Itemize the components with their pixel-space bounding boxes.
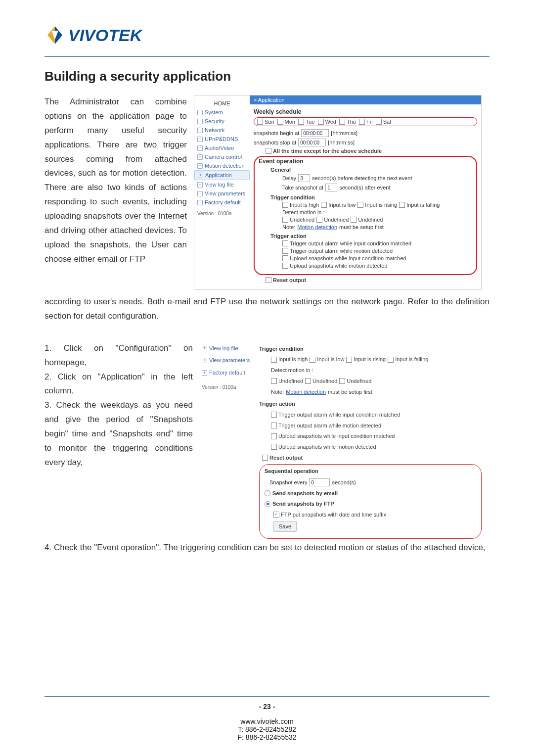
screenshot-sequential-operation: +View log file+View parameters+Factory d… [200, 341, 482, 539]
send-ftp-radio[interactable]: Send snapshots by FTP [265, 499, 334, 509]
s2-undefined-checkbox[interactable]: Undefined [271, 377, 303, 386]
begin-label: snapshots begin at [254, 130, 299, 136]
s2-tc-opt-checkbox[interactable]: Input is low [310, 355, 344, 364]
reset-output-checkbox[interactable]: Reset output [266, 277, 306, 283]
s2-motion-detection-link[interactable]: Motion detection [286, 387, 326, 397]
expand-icon[interactable]: + [198, 173, 203, 178]
snap-label: Take snapshot at [282, 185, 323, 190]
expand-icon[interactable]: + [202, 346, 207, 351]
expand-icon[interactable]: + [197, 191, 203, 196]
expand-icon[interactable]: + [202, 370, 207, 376]
expand-icon[interactable]: + [197, 128, 203, 133]
footer-tel: T: 886-2-82455282 [44, 725, 490, 733]
s2-ta-opt-checkbox[interactable]: Upload snapshots while motion detected [271, 442, 376, 452]
footer-fax: F: 886-2-82455532 [44, 733, 490, 741]
sidebar-item-view-log-file[interactable]: +View log file [200, 342, 259, 355]
tc-opt-checkbox[interactable]: Input is high [282, 202, 319, 208]
sidebar-item-motion-detection[interactable]: +Motion detection [194, 161, 250, 170]
ta-opt-checkbox[interactable]: Trigger output alarm while input conditi… [282, 240, 411, 246]
tc-opt-checkbox[interactable]: Input is low [321, 202, 356, 208]
s2-ta-opt-checkbox[interactable]: Upload snapshots while input condition m… [271, 431, 395, 441]
step-4: 4. Check the "Event operation". The trig… [44, 541, 490, 555]
screenshot-weekly-schedule: HOME +System+Security+Network+UPnP&DDNS+… [194, 95, 482, 290]
s2-tc-opt-checkbox[interactable]: Input is rising [346, 355, 386, 364]
step-3: 3. Check the weekdays as you need and gi… [44, 398, 193, 470]
expand-icon[interactable]: + [197, 145, 203, 151]
delay-label: Delay [282, 175, 296, 181]
sidebar-item-view-log-file[interactable]: +View log file [194, 180, 250, 189]
expand-icon[interactable]: + [197, 163, 203, 169]
shot1-sidebar: HOME +System+Security+Network+UPnP&DDNS+… [194, 95, 250, 289]
seq-suffix: second(s) [332, 478, 356, 487]
undefined-checkbox[interactable]: Undefined [351, 217, 383, 223]
sidebar-item-factory-default[interactable]: +Factory default [200, 367, 259, 379]
expand-icon[interactable]: + [197, 200, 203, 205]
s2-tc-opt-checkbox[interactable]: Input is high [271, 355, 308, 364]
s2-tc-title: Trigger condition [259, 344, 482, 354]
page-number: - 23 - [44, 703, 490, 710]
page-footer: - 23 - www.vivotek.com T: 886-2-82455282… [44, 692, 490, 741]
detect-motion-in: Detect motion in : [282, 209, 472, 215]
ta-opt-checkbox[interactable]: Upload snapshots while input condition m… [282, 255, 406, 261]
brand-text: VIVOTEK [68, 26, 142, 45]
expand-icon[interactable]: + [202, 358, 207, 363]
seq-label: Snapshot every [269, 478, 307, 487]
ftp-suffix-checkbox[interactable]: FTP put snapshots with date and time suf… [273, 510, 386, 520]
expand-icon[interactable]: + [197, 182, 203, 188]
day-sat-checkbox[interactable]: Sat [376, 119, 392, 125]
ta-opt-checkbox[interactable]: Trigger output alarm while motion detect… [282, 248, 393, 254]
sidebar-item-system[interactable]: +System [194, 108, 250, 117]
s2-reset-output-checkbox[interactable]: Reset output [262, 453, 303, 463]
stop-hint: [hh:mm:ss] [328, 140, 355, 145]
expand-icon[interactable]: + [197, 137, 203, 142]
expand-icon[interactable]: + [197, 119, 203, 124]
snap-input[interactable]: 1 [325, 184, 337, 191]
day-wed-checkbox[interactable]: Wed [318, 119, 336, 125]
seq-input[interactable]: 0 [309, 478, 330, 486]
brand-logo: VIVOTEK [44, 25, 490, 46]
s2-detect-motion-in: Detect motion in : [271, 366, 482, 375]
sidebar-item-view-parameters[interactable]: +View parameters [200, 354, 259, 367]
all-time-checkbox[interactable]: All the time except for the above schedu… [266, 148, 382, 154]
tc-opt-checkbox[interactable]: Input is rising [357, 202, 397, 208]
s2-note-pre: Note: [271, 387, 284, 397]
day-fri-checkbox[interactable]: Fri [359, 119, 373, 125]
s2-undefined-checkbox[interactable]: Undefined [339, 377, 371, 386]
sidebar-item-factory-default[interactable]: +Factory default [194, 198, 250, 207]
s2-ta-opt-checkbox[interactable]: Trigger output alarm while motion detect… [271, 421, 381, 430]
s2-ta-opt-checkbox[interactable]: Trigger output alarm while input conditi… [271, 410, 400, 420]
motion-detection-link[interactable]: Motion detection [297, 224, 337, 230]
ta-opt-checkbox[interactable]: Upload snapshots while motion detected [282, 263, 388, 269]
sidebar-item-network[interactable]: +Network [194, 126, 250, 135]
expand-icon[interactable]: + [197, 110, 203, 115]
begin-hint: [hh:mm:ss] [331, 130, 357, 136]
tc-opt-checkbox[interactable]: Input is falling [399, 202, 440, 208]
version-label: Version : 0100a [194, 207, 250, 220]
save-button[interactable]: Save [273, 521, 297, 532]
sidebar-item-audio-video[interactable]: +Audio/Video [194, 143, 250, 152]
expand-icon[interactable]: + [197, 154, 203, 160]
sidebar-item-camera-control[interactable]: +Camera control [194, 152, 250, 161]
begin-input[interactable]: 00:00:00 [301, 129, 329, 137]
s2-undefined-checkbox[interactable]: Undefined [305, 377, 337, 386]
sequential-operation-oval: Sequential operation Snapshot every 0 se… [259, 464, 482, 539]
day-tue-checkbox[interactable]: Tue [298, 119, 315, 125]
day-mon-checkbox[interactable]: Mon [277, 119, 295, 125]
sidebar-item-view-parameters[interactable]: +View parameters [194, 189, 250, 198]
undefined-checkbox[interactable]: Undefined [282, 217, 314, 223]
day-thu-checkbox[interactable]: Thu [339, 119, 356, 125]
sidebar-item-security[interactable]: +Security [194, 117, 250, 126]
stop-input[interactable]: 00:00:00 [298, 139, 326, 146]
undefined-checkbox[interactable]: Undefined [316, 217, 349, 223]
send-email-radio[interactable]: Send snapshots by email [265, 489, 338, 498]
intro-paragraph-left: The Administrator can combine options on… [44, 95, 187, 290]
day-sun-checkbox[interactable]: Sun [257, 119, 274, 125]
nav-home[interactable]: HOME [194, 97, 250, 108]
sidebar-item-upnp-ddns[interactable]: +UPnP&DDNS [194, 135, 250, 143]
delay-input[interactable]: 3 [298, 174, 310, 182]
s2-ta-title: Trigger action [259, 399, 482, 409]
s2-tc-opt-checkbox[interactable]: Input is falling [388, 355, 428, 364]
step-1: 1. Click on "Configuration" on homepage, [44, 341, 193, 370]
sidebar-item-application[interactable]: +Application [194, 170, 250, 180]
weekly-title: Weekly schedule [254, 108, 477, 115]
